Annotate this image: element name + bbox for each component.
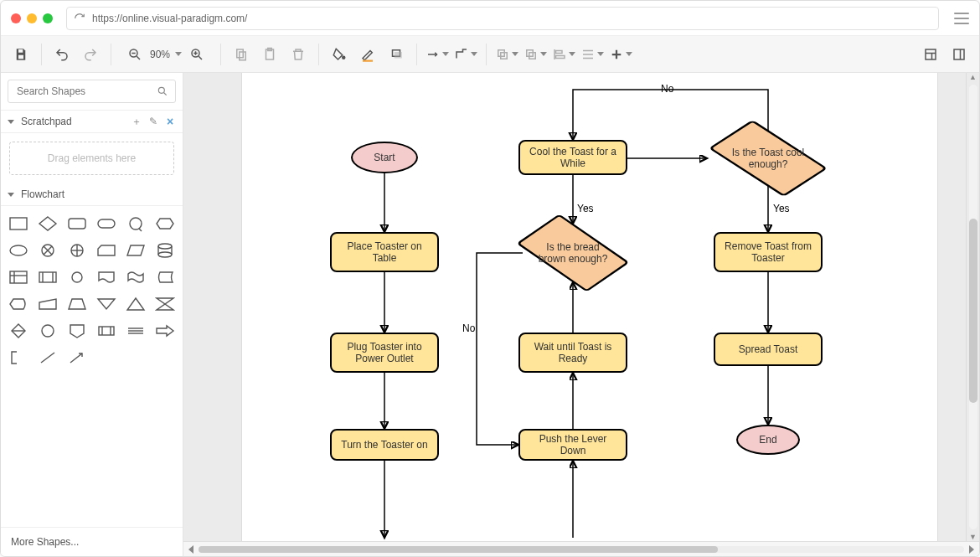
zoom-in-button[interactable] <box>185 43 209 66</box>
node-cool-enough[interactable]: Is the Toast cool enough? <box>709 130 827 187</box>
svg-rect-33 <box>954 49 964 59</box>
shadow-button[interactable] <box>384 43 408 66</box>
shape-transfer[interactable] <box>122 320 148 342</box>
menu-button[interactable] <box>954 13 969 24</box>
shape-offpage[interactable] <box>64 320 90 342</box>
shape-collate[interactable] <box>152 293 178 315</box>
distribute-button[interactable] <box>580 43 604 66</box>
search-input[interactable] <box>15 85 152 98</box>
node-brown-enough[interactable]: Is the bread brown enough? <box>523 224 623 282</box>
shape-document[interactable] <box>94 266 120 288</box>
horizontal-scroll-thumb[interactable] <box>199 546 718 553</box>
node-end[interactable]: End <box>736 425 800 455</box>
vertical-scroll-thumb[interactable] <box>969 219 977 403</box>
shape-loop[interactable] <box>94 320 120 342</box>
scratchpad-add-icon[interactable]: ＋ <box>131 116 142 127</box>
shape-cylinder[interactable] <box>152 240 178 261</box>
shape-hexagon[interactable] <box>152 213 178 235</box>
shape-line-arrow[interactable] <box>64 347 90 369</box>
outline-panel-button[interactable] <box>947 43 971 66</box>
shape-rect[interactable] <box>6 213 32 235</box>
shape-line[interactable] <box>35 347 61 369</box>
shape-parallelogram[interactable] <box>122 240 148 261</box>
scratchpad-title: Scratchpad <box>21 116 72 127</box>
node-cool-toast[interactable]: Cool the Toast for a While <box>518 140 627 175</box>
insert-button[interactable] <box>609 43 632 66</box>
shape-card[interactable] <box>94 240 120 261</box>
svg-rect-23 <box>556 50 563 53</box>
shape-connector[interactable] <box>35 320 61 342</box>
shape-circle-small[interactable] <box>64 266 90 288</box>
node-push-lever[interactable]: Push the Lever Down <box>518 429 627 461</box>
shape-ellipse[interactable] <box>6 240 32 261</box>
shape-triangle[interactable] <box>122 293 148 315</box>
svg-point-35 <box>158 87 164 93</box>
to-back-button[interactable] <box>524 43 547 66</box>
paste-button[interactable] <box>258 43 281 66</box>
shape-or[interactable] <box>64 240 90 261</box>
diagram-page[interactable]: Start Place Toaster on Table Plug Toaste… <box>242 73 937 541</box>
svg-point-52 <box>158 244 172 249</box>
fill-color-button[interactable] <box>328 43 351 66</box>
shape-terminator[interactable] <box>94 213 120 235</box>
zoom-out-button[interactable] <box>123 43 147 66</box>
shape-annotation[interactable] <box>6 347 32 369</box>
shape-stored[interactable] <box>152 266 178 288</box>
scratchpad-hint: Drag elements here <box>48 152 136 164</box>
scroll-left-icon[interactable] <box>188 545 193 554</box>
search-icon[interactable] <box>157 85 168 97</box>
connector-style-button[interactable] <box>426 43 449 66</box>
vertical-scrollbar[interactable]: ▲ ▼ <box>966 73 979 541</box>
scratchpad-edit-icon[interactable]: ✎ <box>147 116 159 127</box>
shape-internal[interactable] <box>6 266 32 288</box>
delete-button[interactable] <box>286 43 310 66</box>
svg-rect-1 <box>18 54 23 59</box>
shape-trapezoid[interactable] <box>64 293 90 315</box>
zoom-value[interactable]: 90% <box>150 49 170 60</box>
shape-sort[interactable] <box>6 320 32 342</box>
node-wait-ready[interactable]: Wait until Toast is Ready <box>518 333 627 373</box>
node-place-toaster[interactable]: Place Toaster on Table <box>330 232 439 272</box>
svg-marker-69 <box>70 325 84 338</box>
more-shapes-link[interactable]: More Shapes... <box>1 527 183 556</box>
node-turn-on[interactable]: Turn the Toaster on <box>330 429 439 461</box>
node-plug-toaster[interactable]: Plug Toaster into Power Outlet <box>330 333 439 373</box>
zoom-caret-icon[interactable] <box>175 52 182 56</box>
window-close[interactable] <box>11 13 21 23</box>
line-color-button[interactable] <box>356 43 379 66</box>
horizontal-scrollbar[interactable] <box>183 541 979 556</box>
node-start[interactable]: Start <box>351 142 418 173</box>
shape-diamond[interactable] <box>35 213 61 235</box>
shape-tape[interactable] <box>122 266 148 288</box>
waypoint-style-button[interactable] <box>454 43 477 66</box>
shape-manual-input[interactable] <box>35 293 61 315</box>
undo-button[interactable] <box>50 43 74 66</box>
scratchpad-close-icon[interactable]: × <box>164 116 176 127</box>
shape-arrow[interactable] <box>152 320 178 342</box>
save-button[interactable] <box>9 43 33 66</box>
scratchpad-header[interactable]: Scratchpad ＋ ✎ × <box>1 111 183 133</box>
shape-display[interactable] <box>6 293 32 315</box>
copy-button[interactable] <box>230 43 253 66</box>
format-panel-button[interactable] <box>919 43 942 66</box>
shape-summing[interactable] <box>35 240 61 261</box>
shape-sequential[interactable] <box>122 213 148 235</box>
to-front-button[interactable] <box>495 43 518 66</box>
window-minimize[interactable] <box>27 13 37 23</box>
scroll-right-icon[interactable] <box>969 545 974 554</box>
redo-button[interactable] <box>79 43 102 66</box>
shape-predefined[interactable] <box>35 266 61 288</box>
node-spread-toast[interactable]: Spread Toast <box>714 333 823 366</box>
shape-rounded[interactable] <box>64 213 90 235</box>
scratchpad-dropzone[interactable]: Drag elements here <box>9 142 174 175</box>
window-maximize[interactable] <box>43 13 53 23</box>
flowchart-title: Flowchart <box>21 188 64 200</box>
align-button[interactable] <box>552 43 575 66</box>
shape-triangle-down[interactable] <box>94 293 120 315</box>
flowchart-header[interactable]: Flowchart <box>1 183 183 206</box>
canvas[interactable]: Start Place Toaster on Table Plug Toaste… <box>183 73 979 541</box>
url-bar[interactable]: https://online.visual-paradigm.com/ <box>66 7 939 30</box>
edge-label-no-left: No <box>462 322 475 334</box>
node-remove-toast[interactable]: Remove Toast from Toaster <box>714 232 823 272</box>
app-window: https://online.visual-paradigm.com/ 90% <box>0 0 980 557</box>
